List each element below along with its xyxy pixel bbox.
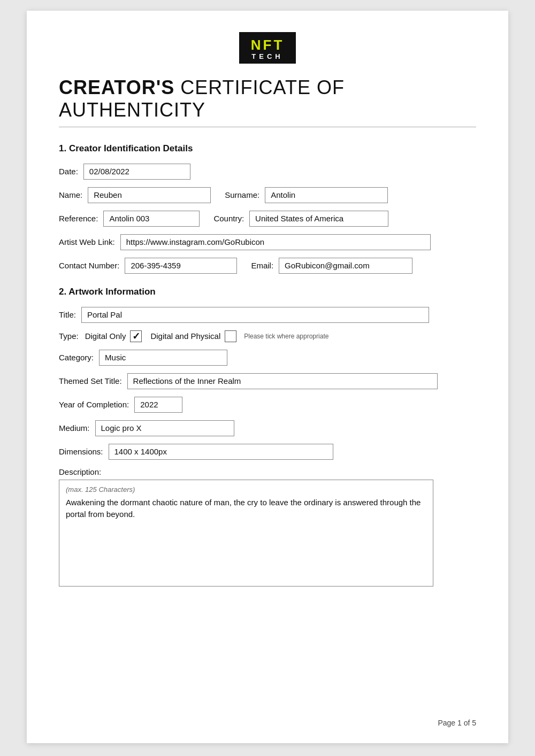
page-number: Page 1 of 5 [438,719,476,727]
weblink-label: Artist Web Link: [59,237,115,246]
certificate-title: CREATOR'S CERTIFICATE OF AUTHENTICITY [59,76,476,121]
surname-label: Surname: [225,190,259,199]
section2-block: 2. Artwork Information Title: Portal Pal… [59,287,476,587]
description-row: Description: (max. 125 Characters) Awake… [59,467,476,587]
certificate-page: NFT TECH CREATOR'S CERTIFICATE OF AUTHEN… [27,11,508,743]
section1-heading: 1. Creator Identification Details [59,143,476,154]
digital-only-option: Digital Only [85,331,126,341]
themed-set-label: Themed Set Title: [59,376,122,385]
logo-box: NFT TECH [239,32,296,64]
medium-label: Medium: [59,423,90,433]
type-note: Please tick where appropriate [244,333,328,340]
category-field: Music [99,350,227,366]
digital-physical-label: Digital and Physical [150,331,220,341]
description-text: Awakening the dormant chaotic nature of … [66,497,426,521]
country-field: United States of America [249,211,388,227]
logo-nft: NFT [251,37,285,53]
digital-only-checkbox[interactable]: ✓ [130,330,142,342]
type-row: Type: Digital Only ✓ Digital and Physica… [59,330,476,342]
artwork-title-row: Title: Portal Pal [59,307,476,323]
description-label: Description: [59,467,101,476]
year-field: 2022 [134,397,182,413]
medium-row: Medium: Logic pro X [59,420,476,436]
year-label: Year of Completion: [59,400,129,409]
dimensions-field: 1400 x 1400px [109,444,333,460]
themed-set-row: Themed Set Title: Reflections of the Inn… [59,373,476,389]
artwork-title-label: Title: [59,310,76,319]
artwork-title-field: Portal Pal [81,307,429,323]
dimensions-label: Dimensions: [59,447,103,456]
digital-physical-option: Digital and Physical [150,331,220,341]
name-row: Name: Reuben Surname: Antolin [59,187,476,203]
email-field: GoRubicon@gmail.com [279,258,412,274]
themed-set-field: Reflections of the Inner Realm [127,373,438,389]
title-bold: CREATOR'S [59,76,174,98]
title-divider [59,127,476,127]
weblink-field: https://www.instagram.com/GoRubicon [120,234,431,250]
logo-area: NFT TECH [59,32,476,64]
category-row: Category: Music [59,350,476,366]
digital-only-label: Digital Only [85,331,126,341]
medium-field: Logic pro X [95,420,234,436]
description-box: (max. 125 Characters) Awakening the dorm… [59,480,433,587]
reference-field: Antolin 003 [103,211,200,227]
name-field: Reuben [88,187,211,203]
category-label: Category: [59,353,94,362]
reference-row: Reference: Antolin 003 Country: United S… [59,211,476,227]
year-row: Year of Completion: 2022 [59,397,476,413]
email-label: Email: [251,261,273,270]
contact-label: Contact Number: [59,261,119,270]
date-field: 02/08/2022 [83,164,190,180]
section1-block: 1. Creator Identification Details Date: … [59,143,476,274]
surname-field: Antolin [265,187,388,203]
page-footer: Page 1 of 5 [438,719,476,727]
logo-tech: TECH [251,53,285,60]
contact-field: 206-395-4359 [125,258,237,274]
section2-heading: 2. Artwork Information [59,287,476,297]
contact-row: Contact Number: 206-395-4359 Email: GoRu… [59,258,476,274]
date-label: Date: [59,167,78,176]
country-label: Country: [213,214,244,223]
description-hint: (max. 125 Characters) [66,485,426,493]
reference-label: Reference: [59,214,98,223]
name-label: Name: [59,190,82,199]
digital-physical-checkbox[interactable] [225,330,236,342]
dimensions-row: Dimensions: 1400 x 1400px [59,444,476,460]
date-row: Date: 02/08/2022 [59,164,476,180]
weblink-row: Artist Web Link: https://www.instagram.c… [59,234,476,250]
type-label: Type: [59,331,79,341]
